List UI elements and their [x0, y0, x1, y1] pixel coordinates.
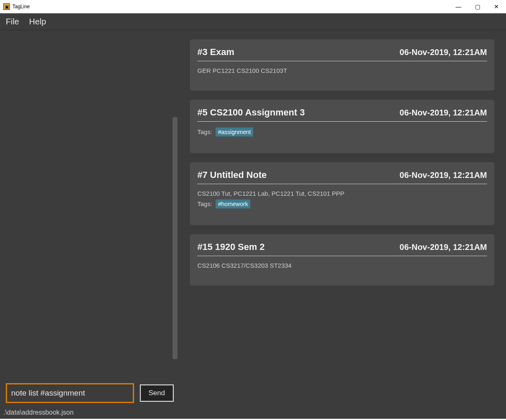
titlebar-left: ▣ TagLine	[3, 3, 30, 10]
left-panel	[0, 30, 178, 379]
note-title: #15 1920 Sem 2	[197, 242, 265, 252]
note-date: 06-Nov-2019, 12:21AM	[400, 48, 487, 57]
tags-label: Tags:	[197, 128, 212, 135]
statusbar: .\data\addressbook.json	[0, 406, 506, 419]
notes-panel[interactable]: #3 Exam 06-Nov-2019, 12:21AM GER PC1221 …	[178, 30, 506, 379]
menu-file[interactable]: File	[6, 17, 19, 26]
tag-pill[interactable]: #assignment	[216, 127, 253, 137]
maximize-button[interactable]: ▢	[468, 0, 487, 13]
note-card: #3 Exam 06-Nov-2019, 12:21AM GER PC1221 …	[190, 39, 494, 91]
note-header: #5 CS2100 Assignment 3 06-Nov-2019, 12:2…	[197, 107, 487, 122]
note-body: CS2106 CS3217/CS3203 ST2334	[197, 262, 487, 269]
note-card: #5 CS2100 Assignment 3 06-Nov-2019, 12:2…	[190, 100, 494, 153]
note-card: #15 1920 Sem 2 06-Nov-2019, 12:21AM CS21…	[190, 234, 494, 286]
send-button-wrap: Send	[140, 384, 174, 402]
note-card: #7 Untitled Note 06-Nov-2019, 12:21AM CS…	[190, 162, 494, 225]
note-title: #5 CS2100 Assignment 3	[197, 107, 305, 118]
note-body: CS2100 Tut, PC1221 Lab, PC1221 Tut, CS21…	[197, 190, 487, 197]
command-input-highlight	[6, 383, 134, 403]
note-tags: Tags: #homework	[197, 199, 487, 209]
note-body: GER PC1221 CS2100 CS2103T	[197, 67, 487, 74]
note-date: 06-Nov-2019, 12:21AM	[400, 170, 487, 180]
window-titlebar: ▣ TagLine — ▢ ✕	[0, 0, 506, 13]
menubar: File Help	[0, 13, 506, 30]
note-tags: Tags: #assignment	[197, 127, 487, 137]
app-title: TagLine	[12, 4, 30, 10]
note-date: 06-Nov-2019, 12:21AM	[400, 242, 487, 252]
note-date: 06-Nov-2019, 12:21AM	[400, 108, 487, 118]
send-button[interactable]: Send	[141, 385, 173, 401]
content-area: #3 Exam 06-Nov-2019, 12:21AM GER PC1221 …	[0, 30, 506, 379]
scrollbar-thumb[interactable]	[173, 117, 177, 359]
tag-pill[interactable]: #homework	[216, 199, 250, 209]
window-controls: — ▢ ✕	[449, 0, 506, 13]
note-header: #3 Exam 06-Nov-2019, 12:21AM	[197, 47, 487, 61]
note-title: #7 Untitled Note	[197, 170, 266, 180]
note-header: #7 Untitled Note 06-Nov-2019, 12:21AM	[197, 170, 487, 184]
menu-help[interactable]: Help	[29, 17, 46, 26]
note-title: #3 Exam	[197, 47, 234, 58]
command-bar: Send	[0, 379, 506, 406]
app-icon: ▣	[3, 3, 10, 10]
note-header: #15 1920 Sem 2 06-Nov-2019, 12:21AM	[197, 242, 487, 256]
command-input[interactable]	[8, 385, 132, 401]
minimize-button[interactable]: —	[449, 0, 468, 13]
close-button[interactable]: ✕	[487, 0, 506, 13]
tags-label: Tags:	[197, 200, 212, 207]
status-path: .\data\addressbook.json	[3, 409, 74, 416]
